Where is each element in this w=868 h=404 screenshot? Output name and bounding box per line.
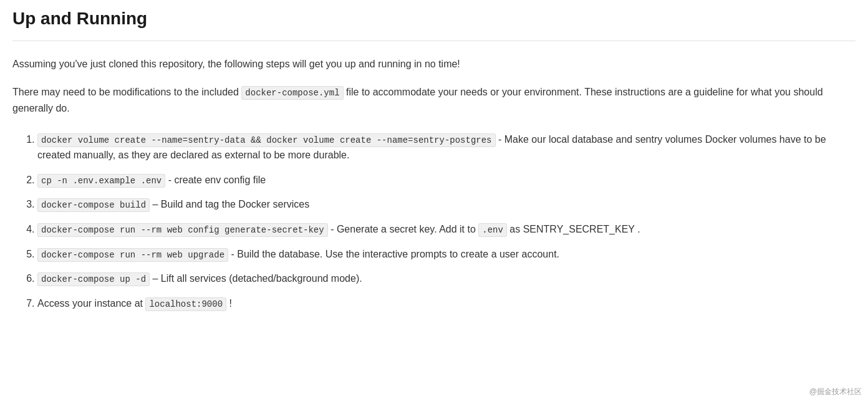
list-item: docker volume create --name=sentry-data … bbox=[37, 132, 856, 163]
steps-list: docker volume create --name=sentry-data … bbox=[19, 132, 856, 312]
step7-inline-code: localhost:9000 bbox=[145, 297, 226, 311]
list-item: docker-compose run --rm web upgrade - Bu… bbox=[37, 246, 856, 262]
intro-paragraph: Assuming you've just cloned this reposit… bbox=[12, 56, 856, 72]
step3-code: docker-compose build bbox=[37, 198, 150, 212]
page-title: Up and Running bbox=[12, 0, 856, 41]
second-paragraph: There may need to be modifications to th… bbox=[12, 84, 856, 116]
step4-text-after: as SENTRY_SECRET_KEY . bbox=[507, 224, 640, 234]
step2-code: cp -n .env.example .env bbox=[37, 174, 165, 188]
step4-inline-code: .env bbox=[478, 223, 507, 237]
second-para-before-code: There may need to be modifications to th… bbox=[12, 87, 241, 97]
step4-code: docker-compose run --rm web config gener… bbox=[37, 223, 328, 237]
step6-code: docker-compose up -d bbox=[37, 272, 150, 286]
list-item: cp -n .env.example .env - create env con… bbox=[37, 172, 856, 188]
watermark: @掘金技术社区 bbox=[809, 386, 862, 398]
list-item: Access your instance at localhost:9000 ! bbox=[37, 296, 856, 312]
step7-text-before: Access your instance at bbox=[37, 298, 145, 309]
step6-text: – Lift all services (detached/background… bbox=[152, 273, 362, 284]
step1-code: docker volume create --name=sentry-data … bbox=[37, 133, 496, 147]
step5-text: - Build the database. Use the interactiv… bbox=[231, 249, 560, 259]
step7-text-after: ! bbox=[226, 298, 232, 309]
step3-text: – Build and tag the Docker services bbox=[152, 199, 309, 209]
step5-code: docker-compose run --rm web upgrade bbox=[37, 248, 228, 262]
list-item: docker-compose build – Build and tag the… bbox=[37, 196, 856, 213]
step4-text-before: - Generate a secret key. Add it to bbox=[330, 224, 478, 234]
docker-compose-yml-code: docker-compose.yml bbox=[241, 86, 343, 100]
list-item: docker-compose run --rm web config gener… bbox=[37, 221, 856, 238]
list-item: docker-compose up -d – Lift all services… bbox=[37, 271, 856, 287]
step2-text: - create env config file bbox=[168, 175, 266, 185]
